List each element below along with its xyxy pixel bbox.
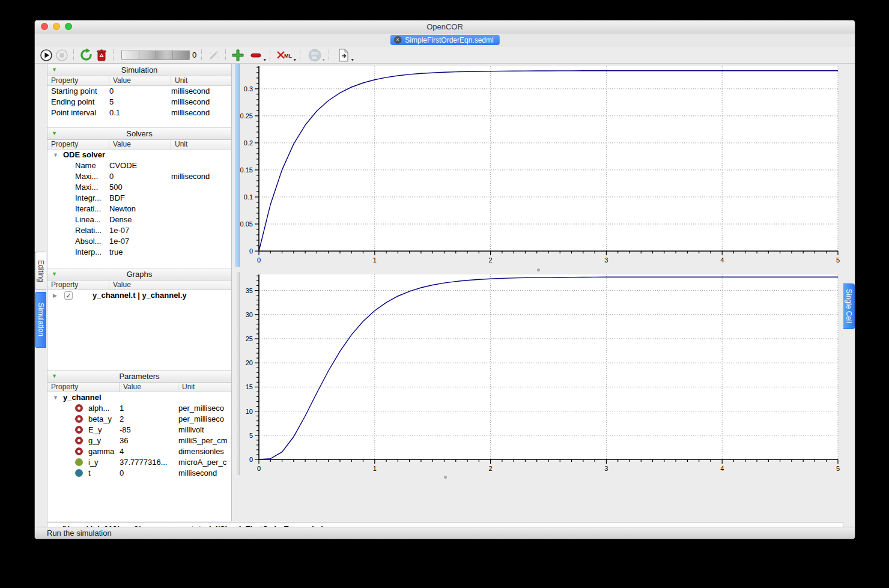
graph-panel-bottom[interactable]: 05101520253035012345 bbox=[235, 272, 843, 475]
table-row[interactable]: Starting point0millisecond bbox=[47, 86, 231, 97]
property-value[interactable]: 1e-07 bbox=[109, 236, 171, 247]
property-value[interactable]: 2 bbox=[120, 414, 178, 425]
property-value[interactable]: Dense bbox=[109, 214, 171, 225]
property-value[interactable]: 4 bbox=[120, 446, 178, 457]
property-value[interactable]: -85 bbox=[120, 425, 178, 435]
property-unit: per_milliseco bbox=[178, 414, 231, 425]
clear-simulation-data-button[interactable] bbox=[94, 48, 109, 62]
svg-text:0: 0 bbox=[257, 256, 261, 264]
property-value[interactable]: 1e-07 bbox=[109, 225, 171, 236]
plot-canvas[interactable]: 00.050.10.150.20.250.3012345 bbox=[240, 64, 843, 267]
column-header-unit[interactable]: Unit bbox=[178, 383, 231, 392]
column-header-value[interactable]: Value bbox=[109, 280, 231, 289]
column-header-property[interactable]: Property bbox=[47, 140, 109, 149]
table-row[interactable]: Interp...true bbox=[47, 247, 231, 258]
graph-enabled-checkbox[interactable]: ✓ bbox=[64, 291, 73, 300]
column-header-property[interactable]: Property bbox=[47, 280, 109, 289]
plot-top[interactable]: 00.050.10.150.20.250.3012345 bbox=[240, 64, 843, 267]
plot-bottom[interactable]: 05101520253035012345 bbox=[240, 272, 843, 475]
table-row[interactable]: i_y37.7777316...microA_per_c bbox=[47, 457, 231, 468]
column-header-value[interactable]: Value bbox=[109, 140, 171, 149]
stop-simulation-button[interactable] bbox=[54, 48, 70, 62]
property-value[interactable]: 0 bbox=[120, 468, 178, 477]
export-simulation-data-button[interactable]: ▼ bbox=[333, 48, 354, 62]
collapse-triangle-icon[interactable]: ▼ bbox=[52, 64, 57, 76]
table-row[interactable]: Integr...BDF bbox=[47, 193, 231, 204]
remove-graph-panel-button[interactable]: ▼ bbox=[246, 48, 266, 62]
table-row[interactable]: Maxi...0millisecond bbox=[47, 171, 231, 182]
collapse-triangle-icon[interactable]: ▼ bbox=[52, 371, 57, 382]
file-tab-simplefirstordereqn[interactable]: × SimpleFirstOrderEqn.sedml bbox=[390, 35, 499, 45]
column-header-property[interactable]: Property bbox=[47, 76, 109, 85]
table-row[interactable]: Maxi...500 bbox=[47, 182, 231, 193]
expanded-triangle-icon[interactable]: ▼ bbox=[53, 392, 58, 403]
property-value[interactable]: 0 bbox=[109, 171, 171, 182]
output-splitter-handle[interactable] bbox=[444, 476, 447, 479]
development-mode-button[interactable] bbox=[206, 48, 222, 62]
property-name: Linea... bbox=[75, 214, 109, 225]
property-value[interactable]: true bbox=[109, 247, 171, 258]
plot-canvas[interactable]: 05101520253035012345 bbox=[240, 272, 843, 475]
table-row[interactable]: E_y-85millivolt bbox=[47, 425, 231, 435]
property-value[interactable]: 36 bbox=[120, 435, 178, 446]
table-row[interactable]: ▼y_channel bbox=[47, 392, 231, 403]
collapse-triangle-icon[interactable]: ▼ bbox=[52, 128, 57, 139]
section-header[interactable]: ▼Solvers bbox=[47, 128, 231, 140]
graph-panel-top[interactable]: 00.050.10.150.20.250.3012345 bbox=[235, 64, 843, 267]
column-header-value[interactable]: Value bbox=[109, 76, 171, 85]
property-value[interactable]: 500 bbox=[109, 182, 171, 193]
table-row[interactable]: alph...1per_milliseco bbox=[47, 403, 231, 414]
section-header[interactable]: ▼Parameters bbox=[47, 371, 231, 383]
column-header-property[interactable]: Property bbox=[47, 383, 120, 392]
section-header[interactable]: ▼Simulation bbox=[47, 64, 231, 76]
svg-text:3: 3 bbox=[604, 256, 608, 264]
run-simulation-button[interactable] bbox=[38, 48, 54, 62]
column-header-value[interactable]: Value bbox=[120, 383, 178, 392]
sedml-export-button[interactable]: SED ML ▼ bbox=[305, 48, 325, 62]
status-bar: Run the simulation bbox=[35, 527, 855, 539]
svg-text:0.25: 0.25 bbox=[240, 112, 253, 120]
section-header[interactable]: ▼Graphs bbox=[47, 268, 231, 280]
toolbar-separator bbox=[201, 49, 202, 61]
property-name: Point interval bbox=[51, 108, 109, 118]
column-header-unit[interactable]: Unit bbox=[171, 76, 231, 85]
svg-text:0.1: 0.1 bbox=[244, 193, 253, 201]
svg-text:0.05: 0.05 bbox=[240, 220, 253, 228]
view-tab-single-cell[interactable]: Single Cell bbox=[843, 283, 855, 329]
table-row[interactable]: Point interval0.1millisecond bbox=[47, 108, 231, 118]
property-value[interactable]: Newton bbox=[109, 204, 171, 214]
graph-panel-splitter-handle[interactable] bbox=[537, 268, 540, 271]
table-row[interactable]: Relati...1e-07 bbox=[47, 225, 231, 236]
table-row[interactable]: gamma4dimensionles bbox=[47, 446, 231, 457]
table-row[interactable]: Iterati...Newton bbox=[47, 204, 231, 214]
expanded-triangle-icon[interactable]: ▼ bbox=[53, 150, 58, 160]
collapse-triangle-icon[interactable]: ▼ bbox=[52, 268, 57, 280]
property-name: Relati... bbox=[75, 225, 109, 236]
table-row[interactable]: t0millisecond bbox=[47, 468, 231, 477]
mode-tab-editing[interactable]: Editing bbox=[35, 252, 46, 290]
column-header-unit[interactable]: Unit bbox=[171, 140, 231, 149]
table-row[interactable]: ▶✓y_channel.t | y_channel.y bbox=[47, 290, 231, 301]
property-value[interactable]: CVODE bbox=[109, 160, 171, 171]
collapsed-triangle-icon[interactable]: ▶ bbox=[53, 290, 57, 301]
simulation-delay-wheel[interactable] bbox=[121, 50, 190, 60]
title-bar[interactable]: OpenCOR bbox=[35, 20, 855, 34]
reset-model-parameters-button[interactable] bbox=[78, 48, 94, 62]
property-value[interactable]: 0 bbox=[109, 86, 171, 97]
close-tab-icon[interactable]: × bbox=[393, 36, 401, 44]
property-value[interactable]: 0.1 bbox=[109, 108, 171, 118]
table-row[interactable]: NameCVODE bbox=[47, 160, 231, 171]
add-graph-panel-button[interactable] bbox=[230, 48, 246, 62]
mode-tab-simulation[interactable]: Simulation bbox=[35, 292, 46, 348]
table-row[interactable]: Linea...Dense bbox=[47, 214, 231, 225]
table-row[interactable]: g_y36milliS_per_cm bbox=[47, 435, 231, 446]
property-value[interactable]: 1 bbox=[120, 403, 178, 414]
property-value[interactable]: BDF bbox=[109, 193, 171, 204]
property-value[interactable]: 5 bbox=[109, 97, 171, 108]
table-row[interactable]: ▼ODE solver bbox=[47, 150, 231, 160]
table-row[interactable]: Absol...1e-07 bbox=[47, 236, 231, 247]
table-row[interactable]: beta_y2per_milliseco bbox=[47, 414, 231, 425]
cellml-export-button[interactable]: ML ▼ bbox=[275, 48, 296, 62]
table-row[interactable]: Ending point5millisecond bbox=[47, 97, 231, 108]
property-value[interactable]: 37.7777316... bbox=[120, 457, 178, 468]
